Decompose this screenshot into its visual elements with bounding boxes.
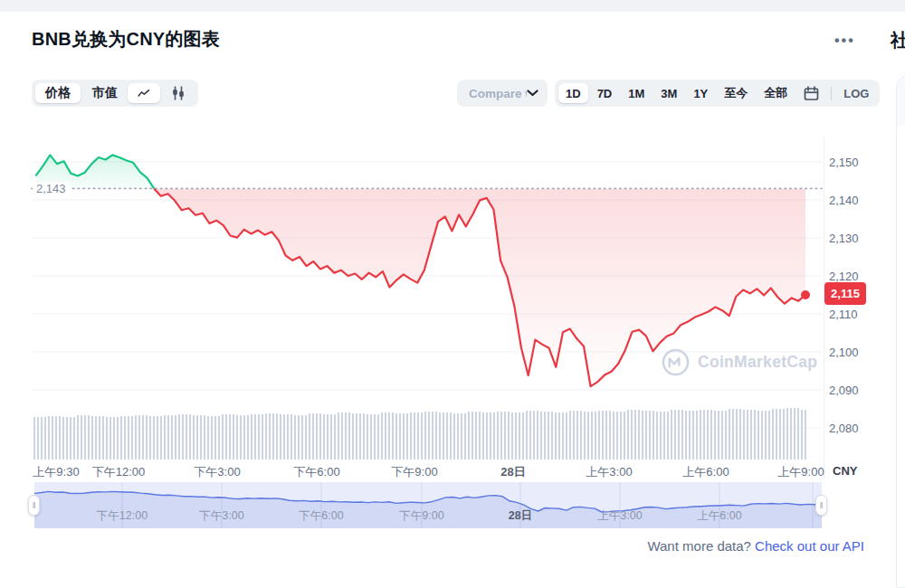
axis-currency-label: CNY	[833, 464, 857, 478]
baseline-price-label: 2,143	[33, 182, 70, 195]
navigator-axis-tick: 上午3:00	[597, 508, 642, 524]
x-axis-tick: 下午9:00	[391, 464, 437, 480]
last-price-dot	[801, 290, 810, 299]
price-chart[interactable]	[0, 0, 905, 588]
api-promo-row: Want more data? Check out our API	[0, 538, 864, 554]
x-axis-tick: 下午3:00	[194, 464, 240, 480]
x-axis-tick: 28日	[500, 464, 525, 480]
x-axis-tick: 上午9:30	[33, 464, 79, 480]
coinmarketcap-watermark: CoinMarketCap	[662, 348, 817, 376]
volume-bars	[33, 408, 806, 460]
y-axis-tick: 2,150	[829, 156, 872, 169]
y-axis-tick: 2,090	[829, 384, 872, 397]
coinmarketcap-logo-icon	[662, 348, 690, 376]
navigator-right-handle[interactable]: ‖	[815, 495, 827, 516]
x-axis-tick: 下午12:00	[92, 464, 146, 480]
navigator-axis-tick: 下午12:00	[97, 508, 148, 524]
y-axis-tick: 2,140	[829, 194, 872, 207]
x-axis-tick: 上午6:00	[682, 464, 729, 480]
navigator-axis-tick: 下午9:00	[399, 508, 443, 524]
navigator-axis-tick: 下午3:00	[199, 508, 243, 524]
navigator-axis-tick: 上午6:00	[697, 508, 741, 524]
y-axis-tick: 2,120	[829, 270, 872, 283]
y-axis-tick: 2,130	[829, 232, 872, 245]
api-link[interactable]: Check out our API	[755, 538, 864, 554]
api-promo-text: Want more data?	[647, 538, 755, 554]
watermark-text: CoinMarketCap	[698, 353, 817, 372]
y-axis-tick: 2,080	[829, 422, 872, 435]
navigator-left-handle[interactable]: ‖	[28, 495, 40, 516]
y-axis-tick: 2,100	[829, 346, 872, 359]
x-axis-tick: 上午9:00	[777, 464, 824, 480]
y-axis-tick: 2,110	[829, 308, 872, 321]
current-price-badge: 2,115	[824, 282, 866, 305]
x-axis-tick: 下午6:00	[293, 464, 339, 480]
navigator-axis-tick: 28日	[509, 508, 532, 524]
x-axis-tick: 上午3:00	[586, 464, 632, 480]
navigator-axis-tick: 下午6:00	[299, 508, 343, 524]
